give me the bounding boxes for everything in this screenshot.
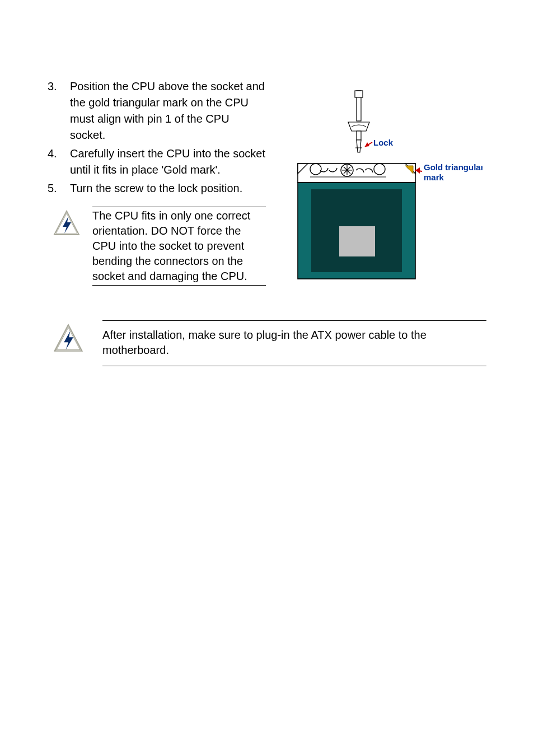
- warning-icon-container: [48, 207, 81, 286]
- main-content: 3. Position the CPU above the socket and…: [48, 78, 486, 288]
- step-text: Turn the screw to the lock position.: [70, 180, 266, 197]
- warning-callout-2: After installation, make sure to plug-in…: [48, 320, 486, 366]
- svg-rect-9: [339, 226, 375, 256]
- lock-label: Lock: [373, 138, 394, 147]
- step-item: 4. Carefully insert the CPU into the soc…: [48, 146, 266, 178]
- step-text: Carefully insert the CPU into the socket…: [70, 146, 266, 178]
- svg-rect-1: [355, 91, 363, 97]
- warning-icon-container: [53, 320, 87, 366]
- step-number: 5.: [48, 180, 70, 197]
- step-number: 3.: [48, 78, 70, 143]
- step-item: 5. Turn the screw to the lock position.: [48, 180, 266, 197]
- gold-mark-label-2: mark: [424, 172, 444, 182]
- warning-text-2: After installation, make sure to plug-in…: [102, 320, 486, 366]
- warning-callout-1: The CPU fits in only one correct orienta…: [48, 207, 266, 286]
- warning-bolt-icon: [53, 210, 80, 241]
- step-list: 3. Position the CPU above the socket and…: [48, 78, 266, 197]
- svg-rect-2: [357, 131, 361, 140]
- right-column: Lock Gold triangular mark: [277, 78, 486, 288]
- left-column: 3. Position the CPU above the socket and…: [48, 78, 266, 288]
- warning-bolt-icon: [53, 324, 83, 358]
- cpu-socket-diagram: Lock Gold triangular mark: [281, 86, 483, 288]
- gold-mark-label-1: Gold triangular: [424, 162, 483, 172]
- step-number: 4.: [48, 146, 70, 178]
- step-item: 3. Position the CPU above the socket and…: [48, 78, 266, 143]
- warning-text-1: The CPU fits in only one correct orienta…: [92, 207, 266, 286]
- step-text: Position the CPU above the socket and th…: [70, 78, 266, 143]
